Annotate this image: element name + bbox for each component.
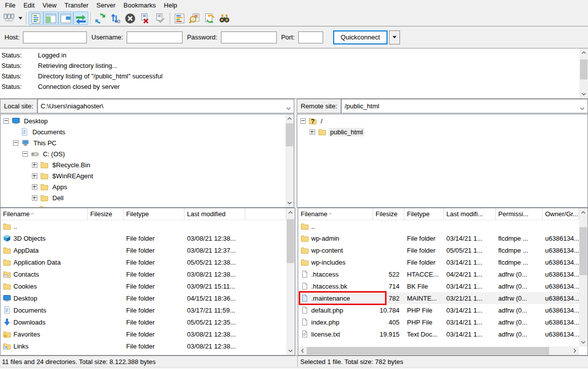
tree-item-documents[interactable]: Documents <box>0 126 294 137</box>
file-row-htaccess-bk[interactable]: .htaccess.bk714BK File03/14/21 1...adfrw… <box>298 280 579 292</box>
tree-item-public-html[interactable]: public_html <box>297 126 588 137</box>
toggle-local-tree-button[interactable] <box>43 11 58 25</box>
column-header-filename[interactable]: Filename <box>298 208 373 220</box>
local-list-scrollbar[interactable] <box>286 208 295 355</box>
file-row-3d-objects[interactable]: 3D ObjectsFile folder03/08/21 12:38... <box>0 232 286 244</box>
menu-file[interactable]: File <box>1 0 19 10</box>
file-row-wp-includes[interactable]: wp-includesFile folder03/14/21 1...flcdm… <box>298 256 579 268</box>
port-input[interactable] <box>298 31 323 43</box>
scrollbar-thumb[interactable] <box>580 227 587 275</box>
column-header-filetype[interactable]: Filetype <box>124 208 185 220</box>
chevron-down-icon[interactable] <box>580 104 585 111</box>
scroll-right-icon[interactable] <box>571 347 579 355</box>
file-row-documents[interactable]: DocumentsFile folder03/17/21 11:59... <box>0 304 286 316</box>
find-files-button[interactable] <box>217 11 232 25</box>
toggle-message-log-button[interactable] <box>28 11 43 25</box>
toggle-transfer-queue-button[interactable] <box>73 11 88 25</box>
tree-item-item[interactable] <box>0 203 294 208</box>
scroll-up-icon[interactable] <box>580 48 588 57</box>
site-manager-dropdown[interactable] <box>16 11 24 25</box>
refresh-button[interactable] <box>93 11 108 25</box>
tree-item-apps[interactable]: Apps <box>0 181 294 192</box>
column-header-permissi[interactable]: Permissi... <box>496 208 543 220</box>
directory-comparison-button[interactable] <box>187 11 202 25</box>
file-row-item[interactable]: .. <box>0 220 286 232</box>
file-row-appdata[interactable]: AppDataFile folder03/08/21 12:37... <box>0 244 286 256</box>
menu-bookmarks[interactable]: Bookmarks <box>120 0 160 10</box>
scrollbar-thumb[interactable] <box>287 219 294 263</box>
local-path-combo[interactable]: C:\Users\niagahoster\ <box>37 99 294 113</box>
tree-item-desktop[interactable]: Desktop <box>0 115 294 126</box>
column-header-filesize[interactable]: Filesize <box>373 208 404 220</box>
column-header-last-modified[interactable]: Last modified <box>185 208 245 220</box>
file-row-wp-content[interactable]: wp-contentFile folder05/05/21 1...flcdmp… <box>298 244 579 256</box>
file-row-item[interactable]: .. <box>298 220 579 232</box>
toggle-remote-tree-button[interactable] <box>58 11 73 25</box>
file-row-license-txt[interactable]: license.txt19.915Text Doc...03/14/21 1..… <box>298 328 579 340</box>
column-header-last-modifi[interactable]: Last modifi... <box>444 208 496 220</box>
menu-help[interactable]: Help <box>160 0 182 10</box>
file-row-index-php[interactable]: index.php405PHP File03/14/21 1...adfrw (… <box>298 316 579 328</box>
reconnect-button[interactable] <box>153 11 168 25</box>
scroll-down-icon[interactable] <box>285 199 294 207</box>
expand-icon[interactable] <box>32 173 37 179</box>
tree-item-dell[interactable]: Dell <box>0 192 294 203</box>
remote-list-scrollbar[interactable] <box>579 208 588 347</box>
file-row-wp-admin[interactable]: wp-adminFile folder03/14/21 1...flcdmpe … <box>298 232 579 244</box>
quickconnect-button[interactable]: Quickconnect <box>333 30 388 44</box>
collapse-icon[interactable] <box>300 118 306 124</box>
column-header-filesize[interactable]: Filesize <box>88 208 124 220</box>
file-row-application-data[interactable]: Application DataFile folder05/05/21 12:3… <box>0 256 286 268</box>
expand-icon[interactable] <box>310 129 315 135</box>
menu-view[interactable]: View <box>38 0 60 10</box>
tree-item-recycle-bin[interactable]: $Recycle.Bin <box>0 159 294 170</box>
scrollbar-thumb[interactable] <box>580 59 588 79</box>
column-header-filename[interactable]: Filename <box>0 208 88 220</box>
log-scrollbar[interactable] <box>580 48 588 98</box>
expand-icon[interactable] <box>32 195 37 201</box>
host-input[interactable] <box>23 31 87 43</box>
scroll-down-icon[interactable] <box>580 90 588 98</box>
scroll-up-icon[interactable] <box>579 208 588 217</box>
collapse-icon[interactable] <box>22 151 28 157</box>
expand-icon[interactable] <box>32 184 37 190</box>
filter-button[interactable] <box>172 11 187 25</box>
scrollbar-thumb[interactable] <box>307 347 549 355</box>
scroll-up-icon[interactable] <box>286 208 295 217</box>
quickconnect-dropdown[interactable] <box>389 30 400 44</box>
scroll-down-icon[interactable] <box>579 338 588 347</box>
collapse-icon[interactable] <box>3 118 9 124</box>
site-manager-button[interactable] <box>1 11 16 25</box>
file-row-default-php[interactable]: default.php10.784PHP File03/14/21 1...ad… <box>298 304 579 316</box>
menu-transfer[interactable]: Transfer <box>60 0 92 10</box>
cancel-button[interactable] <box>123 11 138 25</box>
remote-path-combo[interactable]: /public_html <box>341 99 588 113</box>
tree-item-c-os[interactable]: C: (OS) <box>0 148 294 159</box>
scroll-left-icon[interactable] <box>298 347 307 355</box>
file-row-downloads[interactable]: DownloadsFile folder05/05/21 12:35... <box>0 316 286 328</box>
file-row-desktop[interactable]: DesktopFile folder04/15/21 18:36... <box>0 292 286 304</box>
file-row-maintenance[interactable]: .maintenance782MAINTE...03/21/21 1...adf… <box>298 292 579 304</box>
file-row-cookies[interactable]: CookiesFile folder03/09/21 15:11... <box>0 280 286 292</box>
file-row-links[interactable]: LinksFile folder03/08/21 12:38... <box>0 340 286 352</box>
username-input[interactable] <box>127 31 183 43</box>
collapse-icon[interactable] <box>13 140 18 146</box>
process-queue-button[interactable] <box>108 11 123 25</box>
remote-list-hscrollbar[interactable] <box>298 347 579 355</box>
disconnect-button[interactable] <box>138 11 153 25</box>
tree-item-item[interactable]: ?/ <box>297 115 588 126</box>
password-input[interactable] <box>221 31 277 43</box>
chevron-down-icon[interactable] <box>286 104 291 111</box>
synchronized-browsing-button[interactable] <box>202 11 217 25</box>
column-header-filetype[interactable]: Filetype <box>404 208 444 220</box>
tree-item-winreagent[interactable]: $WinREAgent <box>0 170 294 181</box>
file-row-htaccess[interactable]: .htaccess522HTACCE...04/24/21 1...adfrw … <box>298 268 579 280</box>
column-header-blank[interactable] <box>245 208 286 220</box>
scrollbar-thumb[interactable] <box>286 123 293 146</box>
file-row-contacts[interactable]: ContactsFile folder03/08/21 12:38... <box>0 268 286 280</box>
file-row-favorites[interactable]: FavoritesFile folder03/08/21 12:38... <box>0 328 286 340</box>
expand-icon[interactable] <box>32 162 37 168</box>
local-tree-scrollbar[interactable] <box>285 114 294 207</box>
menu-server[interactable]: Server <box>92 0 119 10</box>
scroll-up-icon[interactable] <box>285 114 294 123</box>
